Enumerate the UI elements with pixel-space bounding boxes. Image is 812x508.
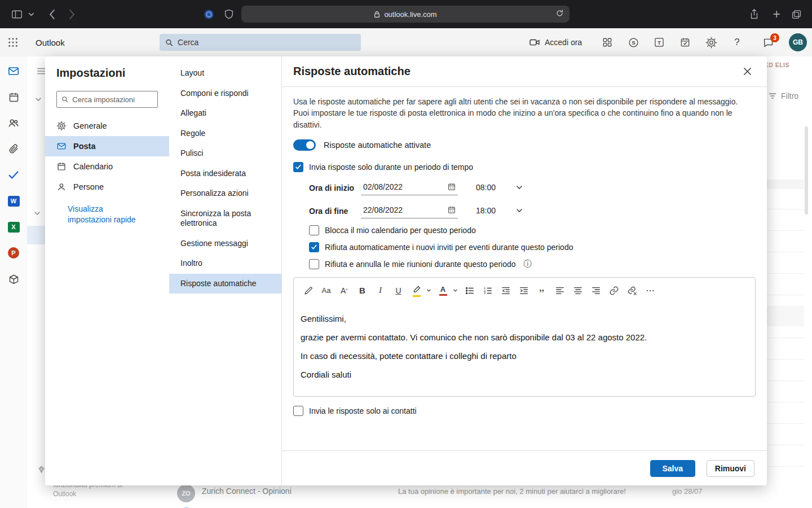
category-allegati[interactable]: Allegati — [169, 103, 281, 124]
bullets-icon[interactable] — [462, 282, 477, 299]
settings-nav-persone[interactable]: Persone — [45, 177, 169, 197]
settings-nav-posta[interactable]: Posta — [45, 136, 169, 156]
extension-icon[interactable] — [204, 0, 214, 28]
category-personalizza-azioni[interactable]: Personalizza azioni — [169, 183, 281, 204]
underline-icon[interactable]: U — [391, 282, 406, 299]
app-launcher-icon[interactable] — [8, 28, 18, 56]
settings-nav-calendario[interactable]: Calendario — [45, 156, 169, 177]
more-options-icon[interactable] — [642, 282, 657, 299]
unlink-icon[interactable] — [624, 282, 639, 299]
category-layout[interactable]: Layout — [169, 63, 281, 84]
info-icon[interactable]: ⓘ — [524, 259, 532, 269]
tab-overview-icon[interactable] — [791, 0, 802, 28]
chat-button[interactable]: 3 — [762, 28, 774, 56]
reply-message-text[interactable]: Gentilissimi, grazie per avermi contatta… — [294, 304, 755, 396]
format-painter-icon[interactable] — [301, 282, 316, 299]
nav-item-label: Persone — [73, 182, 104, 191]
link-icon[interactable] — [606, 282, 621, 299]
category-componi-e-rispondi[interactable]: Componi e rispondi — [169, 84, 281, 104]
cancel-meetings-row: Rifiuta e annulla le mie riunioni durant… — [309, 259, 756, 269]
settings-nav-generale[interactable]: Generale — [45, 116, 169, 136]
panel-body: Usa le risposte automatiche per far sape… — [282, 87, 767, 450]
shield-extension-icon[interactable] — [224, 0, 233, 28]
outdent-icon[interactable] — [498, 282, 513, 299]
meet-now-button[interactable]: Accedi ora — [529, 28, 582, 56]
back-button[interactable] — [48, 0, 55, 28]
end-time-field[interactable]: 18:00 — [474, 206, 524, 218]
close-button[interactable] — [739, 63, 756, 80]
people-icon[interactable] — [6, 115, 21, 131]
indent-icon[interactable] — [516, 282, 531, 299]
chevron-down-icon — [516, 184, 523, 191]
settings-gear-icon[interactable] — [705, 36, 717, 49]
period-checkbox-label: Invia risposte solo durante un periodo d… — [309, 163, 473, 172]
decline-invites-checkbox[interactable] — [309, 242, 319, 252]
word-icon[interactable]: W — [6, 193, 21, 209]
quick-settings-link[interactable]: Visualizza impostazioni rapide — [68, 204, 142, 225]
period-options: Blocca il mio calendario per questo peri… — [309, 225, 756, 269]
close-icon — [743, 67, 752, 76]
forward-button[interactable] — [69, 0, 76, 28]
browser-chrome: outlook.live.com + — [0, 0, 812, 28]
excel-icon[interactable]: X — [6, 219, 21, 235]
quote-icon[interactable]: ” — [534, 282, 549, 299]
calendar-icon[interactable] — [6, 89, 21, 105]
category-sincronizza-posta[interactable]: Sincronizza la posta elettronica — [169, 204, 281, 234]
settings-title: Impostazioni — [56, 67, 169, 80]
remove-button[interactable]: Rimuovi — [707, 460, 754, 477]
skype-icon[interactable]: S — [627, 36, 639, 49]
category-gestione-messaggi[interactable]: Gestione messaggi — [169, 234, 281, 254]
auto-replies-toggle[interactable] — [293, 139, 316, 151]
period-checkbox[interactable] — [293, 162, 303, 172]
italic-icon[interactable]: I — [373, 282, 388, 299]
end-date-field[interactable]: 22/08/2022 — [361, 205, 458, 218]
highlight-chevron-icon[interactable] — [425, 282, 432, 299]
powerpoint-icon[interactable]: P — [6, 245, 21, 261]
share-icon[interactable] — [749, 0, 759, 28]
category-inoltro[interactable]: Inoltro — [169, 253, 281, 274]
address-bar[interactable]: outlook.live.com — [241, 6, 570, 23]
settings-category-list: Layout Componi e rispondi Allegati Regol… — [169, 56, 282, 485]
calendar-check-icon[interactable] — [679, 36, 691, 49]
period-checkbox-row: Invia risposte solo durante un periodo d… — [293, 162, 756, 172]
sidebar-toggle-icon[interactable] — [11, 0, 23, 28]
start-time-field[interactable]: 08:00 — [474, 183, 524, 195]
teams-icon[interactable]: T — [653, 36, 665, 49]
global-search[interactable] — [160, 34, 361, 51]
mail-icon[interactable] — [6, 63, 21, 79]
tiles-icon[interactable] — [601, 36, 614, 49]
help-icon[interactable]: ? — [731, 36, 743, 49]
apps-box-icon[interactable] — [6, 271, 21, 287]
align-right-icon[interactable] — [588, 282, 603, 299]
sidebar-chevron-icon[interactable] — [28, 0, 34, 28]
align-center-icon[interactable] — [570, 282, 585, 299]
attachment-icon[interactable] — [6, 141, 21, 157]
start-date-field[interactable]: 02/08/2022 — [361, 182, 458, 195]
block-calendar-label: Blocca il mio calendario per questo peri… — [325, 226, 476, 235]
block-calendar-row: Blocca il mio calendario per questo peri… — [309, 225, 756, 235]
highlight-icon[interactable] — [409, 282, 424, 299]
settings-search-input[interactable] — [72, 95, 153, 104]
bold-icon[interactable]: B — [355, 282, 370, 299]
contacts-only-checkbox[interactable] — [293, 406, 303, 416]
contacts-only-label: Invia le risposte solo ai contatti — [309, 406, 417, 415]
align-left-icon[interactable] — [552, 282, 567, 299]
block-calendar-checkbox[interactable] — [309, 225, 319, 235]
category-risposte-automatiche[interactable]: Risposte automatiche — [169, 274, 281, 294]
save-button[interactable]: Salva — [650, 460, 695, 477]
category-regole[interactable]: Regole — [169, 124, 281, 144]
search-input[interactable] — [178, 38, 355, 47]
cancel-meetings-checkbox[interactable] — [309, 259, 319, 269]
account-avatar[interactable]: GB — [789, 33, 807, 51]
font-color-icon[interactable]: A — [435, 282, 451, 299]
todo-check-icon[interactable] — [6, 167, 21, 183]
new-tab-icon[interactable]: + — [773, 0, 780, 28]
category-posta-indesiderata[interactable]: Posta indesiderata — [169, 164, 281, 184]
refresh-icon[interactable] — [555, 9, 564, 17]
settings-search[interactable] — [56, 91, 158, 108]
font-name-icon[interactable]: Aa — [319, 282, 334, 299]
numbering-icon[interactable]: 123 — [480, 282, 495, 299]
font-size-icon[interactable]: A° — [337, 282, 352, 299]
category-pulisci[interactable]: Pulisci — [169, 143, 281, 164]
font-color-chevron-icon[interactable] — [452, 282, 458, 299]
